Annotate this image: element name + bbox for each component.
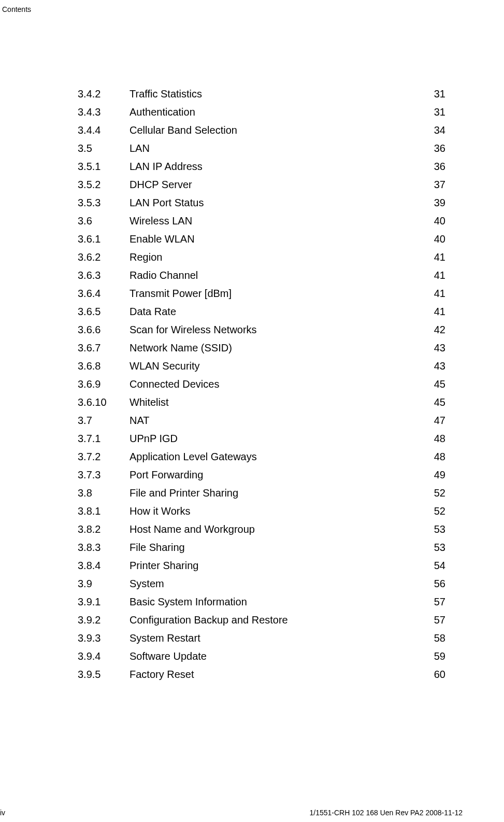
toc-row: 3.9.4Software Update59 xyxy=(78,647,445,665)
toc-page-number: 45 xyxy=(425,375,445,393)
page-number: iv xyxy=(0,809,5,817)
toc-page-number: 59 xyxy=(425,647,445,665)
toc-section-title: Connected Devices xyxy=(129,375,425,393)
toc-page-number: 40 xyxy=(425,230,445,248)
toc-section-number: 3.9.1 xyxy=(78,593,129,611)
toc-section-title: Traffic Statistics xyxy=(129,85,425,103)
toc-section-number: 3.9.4 xyxy=(78,647,129,665)
toc-page-number: 56 xyxy=(425,575,445,593)
toc-row: 3.6.2Region41 xyxy=(78,248,445,266)
toc-row: 3.8.3File Sharing53 xyxy=(78,538,445,557)
toc-page-number: 41 xyxy=(425,285,445,303)
toc-page-number: 42 xyxy=(425,321,445,339)
toc-page-number: 47 xyxy=(425,412,445,430)
toc-row: 3.7.1UPnP IGD48 xyxy=(78,430,445,448)
toc-section-number: 3.8.3 xyxy=(78,538,129,557)
toc-section-title: Authentication xyxy=(129,103,425,121)
toc-row: 3.7.3Port Forwarding49 xyxy=(78,466,445,484)
toc-row: 3.6.4Transmit Power [dBm]41 xyxy=(78,285,445,303)
toc-page-number: 37 xyxy=(425,176,445,194)
toc-section-number: 3.5.1 xyxy=(78,158,129,176)
toc-row: 3.9System56 xyxy=(78,575,445,593)
toc-row: 3.6.7Network Name (SSID)43 xyxy=(78,339,445,357)
toc-section-title: Transmit Power [dBm] xyxy=(129,285,425,303)
toc-section-number: 3.6.8 xyxy=(78,357,129,375)
toc-section-number: 3.6.6 xyxy=(78,321,129,339)
toc-page-number: 36 xyxy=(425,158,445,176)
toc-section-title: Scan for Wireless Networks xyxy=(129,321,425,339)
toc-section-title: Wireless LAN xyxy=(129,212,425,230)
toc-page-number: 34 xyxy=(425,121,445,139)
toc-section-number: 3.6.10 xyxy=(78,393,129,412)
toc-section-title: Whitelist xyxy=(129,393,425,412)
toc-page-number: 41 xyxy=(425,266,445,285)
toc-section-title: Software Update xyxy=(129,647,425,665)
toc-row: 3.9.2Configuration Backup and Restore57 xyxy=(78,611,445,629)
toc-section-number: 3.6.2 xyxy=(78,248,129,266)
toc-row: 3.6Wireless LAN40 xyxy=(78,212,445,230)
toc-section-title: Radio Channel xyxy=(129,266,425,285)
toc-page-number: 58 xyxy=(425,629,445,647)
toc-row: 3.7NAT47 xyxy=(78,412,445,430)
toc-section-title: LAN Port Status xyxy=(129,194,425,212)
toc-section-title: How it Works xyxy=(129,502,425,520)
toc-page-number: 45 xyxy=(425,393,445,412)
toc-page-number: 54 xyxy=(425,557,445,575)
toc-section-number: 3.9.3 xyxy=(78,629,129,647)
toc-page-number: 52 xyxy=(425,484,445,502)
toc-page-number: 40 xyxy=(425,212,445,230)
toc-row: 3.6.10Whitelist45 xyxy=(78,393,445,412)
toc-row: 3.4.3Authentication31 xyxy=(78,103,445,121)
toc-row: 3.6.9Connected Devices45 xyxy=(78,375,445,393)
toc-section-title: LAN xyxy=(129,139,425,158)
toc-page-number: 31 xyxy=(425,103,445,121)
toc-row: 3.6.3Radio Channel41 xyxy=(78,266,445,285)
toc-section-title: LAN IP Address xyxy=(129,158,425,176)
toc-section-number: 3.7.3 xyxy=(78,466,129,484)
toc-section-number: 3.7.1 xyxy=(78,430,129,448)
toc-row: 3.5.3LAN Port Status39 xyxy=(78,194,445,212)
toc-page-number: 48 xyxy=(425,430,445,448)
toc-section-number: 3.6.9 xyxy=(78,375,129,393)
toc-page-number: 52 xyxy=(425,502,445,520)
toc-section-title: System Restart xyxy=(129,629,425,647)
toc-section-title: Data Rate xyxy=(129,303,425,321)
toc-section-title: Configuration Backup and Restore xyxy=(129,611,425,629)
toc-row: 3.9.1Basic System Information57 xyxy=(78,593,445,611)
toc-section-number: 3.5 xyxy=(78,139,129,158)
toc-section-number: 3.4.3 xyxy=(78,103,129,121)
toc-section-title: DHCP Server xyxy=(129,176,425,194)
toc-section-number: 3.5.2 xyxy=(78,176,129,194)
toc-section-title: Cellular Band Selection xyxy=(129,121,425,139)
toc-section-number: 3.7.2 xyxy=(78,448,129,466)
toc-section-number: 3.6 xyxy=(78,212,129,230)
toc-section-title: File and Printer Sharing xyxy=(129,484,425,502)
document-id: 1/1551-CRH 102 168 Uen Rev PA2 2008-11-1… xyxy=(310,809,463,817)
toc-page-number: 39 xyxy=(425,194,445,212)
toc-section-title: Region xyxy=(129,248,425,266)
toc-section-number: 3.6.3 xyxy=(78,266,129,285)
toc-section-title: NAT xyxy=(129,412,425,430)
toc-section-title: System xyxy=(129,575,425,593)
toc-page-number: 41 xyxy=(425,303,445,321)
toc-page-number: 60 xyxy=(425,665,445,684)
toc-row: 3.9.3System Restart58 xyxy=(78,629,445,647)
toc-row: 3.5.2DHCP Server37 xyxy=(78,176,445,194)
toc-section-title: Enable WLAN xyxy=(129,230,425,248)
toc-page-number: 36 xyxy=(425,139,445,158)
toc-row: 3.8.2Host Name and Workgroup53 xyxy=(78,520,445,538)
toc-section-number: 3.6.1 xyxy=(78,230,129,248)
toc-section-title: UPnP IGD xyxy=(129,430,425,448)
toc-section-number: 3.6.7 xyxy=(78,339,129,357)
toc-row: 3.6.5Data Rate41 xyxy=(78,303,445,321)
toc-section-title: Basic System Information xyxy=(129,593,425,611)
toc-page-number: 48 xyxy=(425,448,445,466)
toc-row: 3.8File and Printer Sharing52 xyxy=(78,484,445,502)
toc-section-title: Host Name and Workgroup xyxy=(129,520,425,538)
toc-section-title: Application Level Gateways xyxy=(129,448,425,466)
toc-section-title: Network Name (SSID) xyxy=(129,339,425,357)
toc-section-number: 3.6.4 xyxy=(78,285,129,303)
toc-section-title: Factory Reset xyxy=(129,665,425,684)
toc-page-number: 57 xyxy=(425,611,445,629)
toc-row: 3.4.2Traffic Statistics31 xyxy=(78,85,445,103)
